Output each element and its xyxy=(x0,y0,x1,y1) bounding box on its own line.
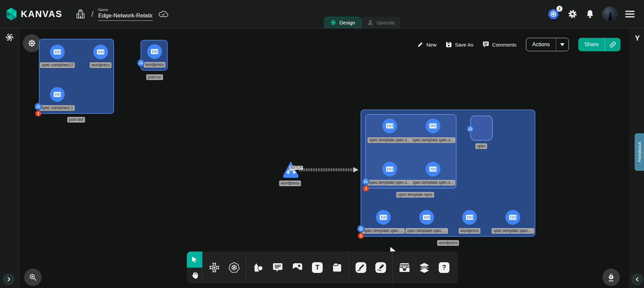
hierarchy-icon xyxy=(468,127,473,131)
components-chip-tool[interactable] xyxy=(208,261,221,274)
comments-button[interactable]: Comments xyxy=(483,42,517,48)
container-node[interactable] xyxy=(93,45,108,59)
sticky-note-icon xyxy=(332,263,342,273)
select-tool-button[interactable] xyxy=(187,251,202,268)
pen-nib-icon xyxy=(607,273,615,282)
collapse-right-panel-button[interactable] xyxy=(631,273,643,285)
kubernetes-components-tool[interactable] xyxy=(228,261,240,274)
tab-design-label: Design xyxy=(339,20,355,25)
save-as-button[interactable]: Save As xyxy=(446,42,473,48)
relationship-badge[interactable] xyxy=(35,103,42,110)
help-tool[interactable]: ? xyxy=(438,261,450,274)
component-tools xyxy=(203,251,246,283)
group-pod-skd[interactable]: spec.containers.0 wordpress spec.contain… xyxy=(39,39,114,114)
text-tool[interactable]: T xyxy=(311,261,324,274)
error-count-badge[interactable]: 3 xyxy=(358,233,364,239)
canvas-config-button[interactable] xyxy=(23,34,41,52)
actions-button-label[interactable]: Actions xyxy=(526,38,556,51)
container-node[interactable] xyxy=(50,45,65,59)
feedback-tab[interactable]: Feedback xyxy=(635,133,644,171)
error-count-badge[interactable]: 3 xyxy=(363,186,369,192)
kubernetes-context-button[interactable]: 1 xyxy=(547,8,559,20)
actions-dropdown-toggle[interactable] xyxy=(556,38,569,51)
design-name-label: Name xyxy=(98,8,153,12)
breadcrumb-separator: / xyxy=(91,9,94,19)
image-icon xyxy=(292,263,303,273)
container-node[interactable] xyxy=(382,162,397,176)
left-dock xyxy=(0,28,19,288)
mesh-badge[interactable] xyxy=(357,225,365,232)
shapes-icon xyxy=(252,262,264,273)
comments-bubble-icon xyxy=(483,42,489,48)
expand-left-panel-button[interactable] xyxy=(3,273,15,285)
yaml-panel-toggle[interactable]: Y xyxy=(633,34,642,43)
node-label: wordpress xyxy=(90,62,111,68)
pointer-tools xyxy=(187,251,202,283)
kanvas-logo[interactable]: KANVAS xyxy=(0,7,62,21)
design-name-input[interactable] xyxy=(98,12,153,21)
zoom-controls-button[interactable] xyxy=(24,269,42,286)
layers-tool[interactable] xyxy=(418,261,431,274)
comments-button-label: Comments xyxy=(492,42,517,48)
tab-operate[interactable]: Operate xyxy=(361,17,400,28)
hierarchy-icon xyxy=(364,179,368,184)
caret-down-icon xyxy=(560,43,565,46)
relationship-badge[interactable] xyxy=(362,178,369,185)
comment-tool[interactable] xyxy=(271,261,284,274)
design-canvas[interactable]: New Save As Comments A xyxy=(19,28,630,288)
pan-tool-button[interactable] xyxy=(187,268,202,284)
annotation-tools: T xyxy=(246,251,349,283)
container-node[interactable] xyxy=(426,162,440,176)
organization-icon[interactable] xyxy=(76,9,85,19)
layers-icon xyxy=(419,262,430,273)
relationship-badge[interactable] xyxy=(467,125,474,133)
pen-path-icon xyxy=(355,262,367,273)
chip-icon xyxy=(209,262,220,273)
text-tool-glyph: T xyxy=(312,262,323,273)
service-edge[interactable] xyxy=(298,164,363,174)
node-label: spec.template.spec.s... xyxy=(368,137,412,143)
container-icon xyxy=(429,122,437,130)
pen-mode-button[interactable] xyxy=(602,269,620,286)
node-label: wordpress xyxy=(144,62,165,68)
container-node[interactable] xyxy=(426,119,440,133)
sticky-note-tool[interactable] xyxy=(331,261,343,274)
new-button[interactable]: New xyxy=(417,42,436,48)
freehand-draw-tool[interactable] xyxy=(374,261,387,274)
shapes-tool[interactable] xyxy=(252,261,264,274)
container-node[interactable] xyxy=(419,210,434,225)
save-as-button-label: Save As xyxy=(455,42,473,48)
pen-path-tool[interactable] xyxy=(355,261,367,274)
container-node[interactable] xyxy=(50,87,65,102)
link-icon xyxy=(609,41,616,48)
utility-tools: ? xyxy=(393,251,456,283)
relationship-badge[interactable] xyxy=(137,59,145,67)
group-spec-template-spec[interactable]: spec.template.spec.s... spec.template.sp… xyxy=(365,114,457,189)
container-node[interactable] xyxy=(462,210,477,225)
error-count-badge[interactable]: 2 xyxy=(35,111,41,117)
group-pod-rcc[interactable]: wordpress pod-rcc xyxy=(141,40,168,71)
container-node[interactable] xyxy=(376,210,391,225)
user-avatar[interactable] xyxy=(602,7,617,21)
group-deployment-wordpress[interactable]: spec.template.spec.s... spec.template.sp… xyxy=(361,110,535,237)
node-label: spec.template.spec.... xyxy=(492,228,534,234)
tab-design[interactable]: Design xyxy=(324,17,361,28)
copy-link-button[interactable] xyxy=(605,38,621,51)
share-split-button[interactable]: Share xyxy=(578,38,621,51)
hamburger-menu-icon[interactable] xyxy=(625,10,635,18)
kubernetes-helm-icon xyxy=(228,262,240,273)
container-node[interactable] xyxy=(382,119,397,133)
hand-icon xyxy=(191,271,199,279)
notifications-bell-icon[interactable] xyxy=(586,9,594,19)
cursor-arrow-icon xyxy=(191,256,198,263)
settings-gear-icon[interactable] xyxy=(568,9,578,19)
spec-node[interactable] xyxy=(470,116,493,141)
drawer-tool[interactable] xyxy=(398,261,411,274)
image-tool[interactable] xyxy=(291,261,304,274)
container-node[interactable] xyxy=(505,210,520,225)
actions-split-button[interactable]: Actions xyxy=(526,38,569,51)
share-button-label[interactable]: Share xyxy=(578,38,605,51)
container-node[interactable] xyxy=(147,44,162,59)
new-button-label: New xyxy=(426,42,436,48)
mode-tabs: Design Operate xyxy=(324,17,400,28)
